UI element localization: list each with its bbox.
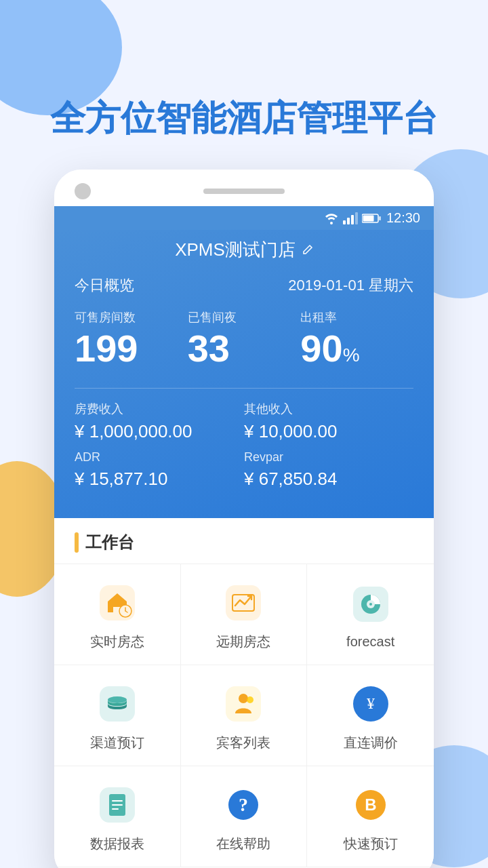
metrics-row: ADR ¥ 15,877.10 Revpar ¥ 67,850.84 [75, 450, 413, 490]
help-icon: ? [222, 783, 265, 827]
workbench-indicator [75, 532, 79, 553]
stats-row: 可售房间数 199 已售间夜 33 出租率 90% [75, 309, 413, 368]
phone-mockup: 12:30 XPMS测试门店 今日概览 2019-01-01 星期六 [54, 170, 434, 868]
guests-icon [222, 682, 265, 726]
stat-value-1: 33 [188, 330, 301, 368]
store-edit-icon[interactable] [301, 244, 313, 256]
report-icon [96, 783, 139, 827]
svg-text:?: ? [239, 794, 248, 815]
svg-point-18 [108, 696, 127, 703]
svg-rect-1 [347, 218, 350, 224]
store-name: XPMS测试门店 [75, 230, 413, 275]
stat-label-0: 可售房间数 [75, 309, 188, 326]
menu-label-future: 远期房态 [216, 633, 270, 651]
workbench-section: 工作台 [54, 518, 434, 867]
menu-item-report[interactable]: 数据报表 [54, 766, 181, 867]
room-revenue: 房费收入 ¥ 1,000,000.00 [75, 401, 244, 442]
chart-pie-icon [349, 583, 392, 626]
svg-rect-3 [355, 212, 358, 224]
revpar-metric: Revpar ¥ 67,850.84 [244, 450, 413, 490]
trend-icon [222, 581, 265, 625]
menu-item-forecast[interactable]: forecast [307, 564, 434, 665]
stat-label-2: 出租率 [300, 309, 413, 326]
stat-label-1: 已售间夜 [188, 309, 301, 326]
menu-item-future[interactable]: 远期房态 [181, 564, 308, 665]
layers-icon [96, 682, 139, 726]
adr-metric: ADR ¥ 15,877.10 [75, 450, 244, 490]
status-time: 12:30 [386, 210, 420, 226]
other-revenue-value: ¥ 10,000.00 [244, 421, 413, 442]
svg-point-20 [239, 694, 248, 703]
menu-item-guests[interactable]: 宾客列表 [181, 665, 308, 766]
menu-label-forecast: forecast [346, 634, 394, 650]
phone-camera [75, 183, 91, 199]
room-revenue-value: ¥ 1,000,000.00 [75, 421, 244, 442]
svg-point-21 [247, 696, 253, 703]
price-icon: ¥ [349, 682, 392, 726]
stat-occupancy: 出租率 90% [300, 309, 413, 368]
blue-divider [75, 388, 413, 389]
other-revenue: 其他收入 ¥ 10,000.00 [244, 401, 413, 442]
main-title: 全方位智能酒店管理平台 [0, 0, 488, 170]
status-icons [324, 212, 381, 224]
room-revenue-label: 房费收入 [75, 401, 244, 417]
overview-date: 2019-01-01 星期六 [288, 275, 413, 296]
menu-item-quickbook[interactable]: B 快速预订 [307, 766, 434, 867]
svg-text:¥: ¥ [367, 694, 375, 712]
overview-header: 今日概览 2019-01-01 星期六 [75, 275, 413, 296]
svg-rect-0 [343, 220, 346, 224]
wifi-icon [324, 212, 339, 224]
menu-item-help[interactable]: ? 在线帮助 [181, 766, 308, 867]
menu-label-channel: 渠道预订 [90, 734, 144, 752]
menu-label-pricing: 直连调价 [344, 734, 398, 752]
status-bar: 12:30 [54, 206, 434, 230]
menu-item-realtime[interactable]: 实时房态 [54, 564, 181, 665]
svg-rect-6 [379, 216, 381, 220]
stat-sold-rooms: 已售间夜 33 [188, 309, 301, 368]
finance-row-1: 房费收入 ¥ 1,000,000.00 其他收入 ¥ 10,000.00 [75, 401, 413, 442]
stat-value-0: 199 [75, 330, 188, 368]
menu-item-pricing[interactable]: ¥ 直连调价 [307, 665, 434, 766]
overview-title: 今日概览 [75, 275, 134, 296]
booking-icon: B [349, 783, 392, 827]
workbench-title: 工作台 [85, 532, 134, 553]
menu-grid: 实时房态 远期房态 [54, 564, 434, 867]
menu-label-help: 在线帮助 [216, 835, 270, 853]
menu-label-guests: 宾客列表 [216, 734, 270, 752]
other-revenue-label: 其他收入 [244, 401, 413, 417]
stat-available-rooms: 可售房间数 199 [75, 309, 188, 368]
revpar-value: ¥ 67,850.84 [244, 469, 413, 490]
signal-icon [343, 212, 358, 224]
stat-value-2: 90% [300, 330, 413, 368]
svg-rect-19 [226, 686, 261, 722]
house-icon [96, 581, 139, 625]
workbench-header: 工作台 [54, 518, 434, 564]
adr-value: ¥ 15,877.10 [75, 469, 244, 490]
phone-speaker [203, 189, 285, 194]
svg-point-16 [369, 603, 372, 606]
blue-header: XPMS测试门店 今日概览 2019-01-01 星期六 可售房间数 199 [54, 230, 434, 518]
menu-label-report: 数据报表 [90, 835, 144, 853]
menu-item-channel[interactable]: 渠道预订 [54, 665, 181, 766]
svg-rect-2 [351, 215, 354, 224]
svg-rect-5 [363, 215, 373, 221]
svg-text:B: B [365, 795, 376, 814]
phone-top-bar [54, 170, 434, 206]
menu-label-realtime: 实时房态 [90, 633, 144, 651]
adr-label: ADR [75, 450, 244, 465]
battery-icon [362, 213, 381, 224]
revpar-label: Revpar [244, 450, 413, 465]
menu-label-quickbook: 快速预订 [344, 835, 398, 853]
